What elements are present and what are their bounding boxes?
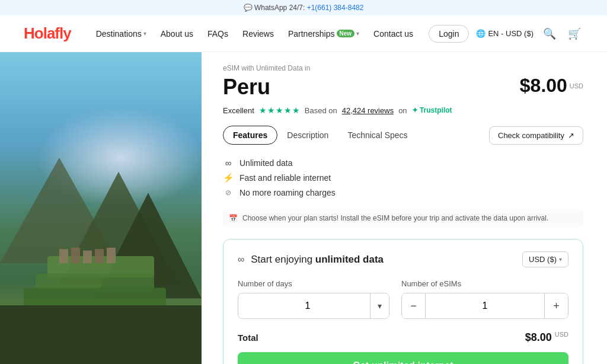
stars: ★ ★ ★ ★ ★ (259, 106, 300, 115)
total-currency: USD (555, 331, 568, 338)
main-nav: Destinations ▾ About us FAQs Reviews Par… (90, 24, 429, 43)
check-compatibility-button[interactable]: Check compatibility ↗ (489, 126, 583, 145)
star-half: ★ (292, 106, 300, 115)
svg-rect-20 (95, 249, 104, 263)
svg-rect-22 (0, 305, 202, 364)
esims-label: Number of eSIMs (401, 279, 568, 288)
days-dropdown[interactable]: ▾ (370, 293, 389, 318)
language-selector[interactable]: 🌐 EN - USD ($) (476, 29, 533, 38)
tabs: Features Description Technical Specs Che… (223, 126, 583, 145)
no-roaming-icon: ⊘ (223, 189, 234, 197)
header: Holafly Destinations ▾ About us FAQs Rev… (0, 15, 607, 52)
purchase-fields: Number of days ▾ Number of eSIMs − + (238, 279, 568, 319)
reviews-row: Excellent ★ ★ ★ ★ ★ Based on 42,424 revi… (223, 106, 583, 115)
product-title: Peru (223, 75, 270, 100)
tab-description[interactable]: Description (277, 126, 338, 144)
price-amount: $8.00 (520, 75, 567, 96)
reviews-prefix: Based on (305, 106, 337, 115)
nav-contact[interactable]: Contact us (368, 24, 419, 43)
topbar-phone[interactable]: +1(661) 384-8482 (307, 4, 364, 12)
total-row: Total $8.00 USD (238, 331, 568, 344)
mountain-overlay (0, 158, 202, 364)
days-label: Number of days (238, 279, 389, 288)
search-button[interactable]: 🔍 (541, 25, 558, 43)
hero-image (0, 52, 202, 364)
tab-technical-specs[interactable]: Technical Specs (338, 126, 417, 144)
total-price: $8.00 USD (525, 331, 568, 344)
product-header: Peru $8.00 USD (223, 75, 583, 100)
star-2: ★ (267, 106, 275, 115)
infinity-icon: ∞ (223, 158, 234, 168)
get-internet-button[interactable]: Get unlimited internet (238, 352, 568, 364)
days-value[interactable] (238, 301, 370, 311)
nav-faqs[interactable]: FAQs (202, 24, 234, 43)
feature-fast-internet: ⚡ Fast and reliable internet (223, 170, 583, 186)
star-1: ★ (259, 106, 267, 115)
feature-no-roaming: ⊘ No more roaming charges (223, 186, 583, 200)
feature-unlimited-data: ∞ Unlimited data (223, 155, 583, 170)
trustpilot-text: on (398, 106, 407, 115)
reviews-link[interactable]: 42,424 reviews (342, 106, 394, 115)
nav-about[interactable]: About us (155, 24, 199, 43)
whatsapp-icon: 💬 (244, 4, 253, 12)
days-field-group: Number of days ▾ (238, 279, 389, 319)
unlimited-label: ∞ Start enjoying unlimited data (238, 254, 384, 266)
trustpilot-logo: ✦ Trustpilot (412, 106, 452, 114)
svg-rect-17 (59, 249, 68, 263)
star-3: ★ (276, 106, 283, 115)
svg-rect-21 (107, 248, 116, 263)
chevron-down-icon: ▾ (559, 256, 562, 263)
globe-icon: 🌐 (476, 29, 485, 38)
total-label: Total (238, 333, 258, 343)
svg-rect-19 (83, 250, 92, 263)
nav-destinations[interactable]: Destinations ▾ (90, 24, 152, 43)
topbar-text: WhatsApp 24/7: (254, 4, 307, 12)
cart-button[interactable]: 🛒 (566, 25, 583, 43)
features-list: ∞ Unlimited data ⚡ Fast and reliable int… (223, 155, 583, 200)
currency-selector[interactable]: USD ($) ▾ (522, 251, 568, 267)
purchase-box-header: ∞ Start enjoying unlimited data USD ($) … (238, 251, 568, 267)
top-bar: 💬 WhatsApp 24/7: +1(661) 384-8482 (0, 0, 607, 15)
esims-input: − + (401, 293, 568, 319)
svg-rect-18 (71, 248, 80, 263)
logo[interactable]: Holafly (24, 24, 71, 43)
login-button[interactable]: Login (429, 25, 469, 43)
esims-increment-button[interactable]: + (544, 293, 568, 318)
esim-label: eSIM with Unlimited Data in (223, 64, 583, 72)
infinity-small-icon: ∞ (238, 254, 244, 264)
new-badge: New (337, 30, 355, 37)
chevron-down-icon: ▾ (143, 30, 146, 37)
nav-partnerships[interactable]: Partnerships New ▾ (282, 24, 365, 43)
esims-value[interactable] (426, 301, 544, 311)
rating-label: Excellent (223, 106, 254, 115)
price-currency: USD (570, 82, 583, 90)
header-right: Login 🌐 EN - USD ($) 🔍 🛒 (429, 25, 583, 43)
tab-features[interactable]: Features (223, 126, 277, 145)
price-block: $8.00 USD (520, 75, 583, 97)
calendar-icon: 📅 (229, 214, 238, 222)
chevron-down-icon: ▾ (356, 30, 359, 37)
days-input: ▾ (238, 293, 389, 319)
star-4: ★ (284, 106, 292, 115)
product-content: eSIM with Unlimited Data in Peru $8.00 U… (202, 52, 607, 364)
lightning-icon: ⚡ (223, 173, 234, 183)
nav-reviews[interactable]: Reviews (237, 24, 280, 43)
esims-field-group: Number of eSIMs − + (401, 279, 568, 319)
plan-note: 📅 Choose when your plan starts! Install … (223, 209, 583, 227)
purchase-box: ∞ Start enjoying unlimited data USD ($) … (223, 239, 583, 364)
external-link-icon: ↗ (568, 131, 574, 140)
main-content: eSIM with Unlimited Data in Peru $8.00 U… (0, 52, 607, 364)
esims-decrement-button[interactable]: − (402, 293, 426, 318)
